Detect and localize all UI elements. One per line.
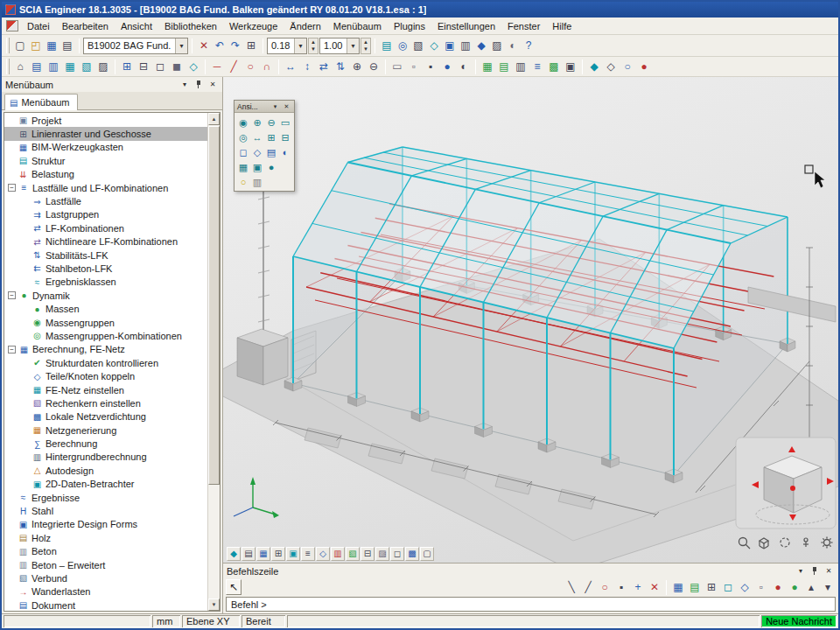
- circle-solid-icon[interactable]: ●: [636, 59, 652, 74]
- line-grid-icon[interactable]: ▤: [29, 59, 45, 74]
- clip-icon[interactable]: ▣: [250, 159, 264, 174]
- members-visibility-icon[interactable]: ▦: [256, 547, 270, 561]
- render-icon[interactable]: ●: [264, 159, 278, 174]
- menu-item[interactable]: Bibliotheken: [158, 19, 223, 33]
- scroll-down-icon[interactable]: ▾: [820, 579, 836, 595]
- scroll-thumb[interactable]: [208, 126, 220, 485]
- project-combo[interactable]: B19002 BAG Fund. ▾: [83, 38, 188, 54]
- help-icon[interactable]: ?: [521, 38, 536, 53]
- plane-uvw-icon[interactable]: ◇: [737, 579, 752, 595]
- zoom-selection-icon[interactable]: ⊞: [264, 130, 278, 144]
- wall-icon[interactable]: ▨: [95, 59, 111, 74]
- tree-item[interactable]: ≈Ergebnisklassen: [4, 276, 207, 289]
- scale-combo[interactable]: 0.18 ▾: [267, 38, 307, 54]
- half-tone-icon[interactable]: ◐: [456, 59, 472, 74]
- chevron-down-icon[interactable]: ▾: [346, 38, 359, 53]
- select-cursor-icon[interactable]: ↖: [226, 579, 242, 595]
- menu-item[interactable]: Ansicht: [115, 19, 158, 33]
- scale-spinner[interactable]: ▲▼: [308, 38, 318, 54]
- circle-outline-icon[interactable]: ○: [620, 59, 635, 74]
- tree-scrollbar[interactable]: ▲ ▼: [207, 113, 220, 611]
- model-3d-scene[interactable]: [223, 77, 838, 563]
- snap-cross-icon[interactable]: ╱: [580, 579, 596, 595]
- move-icon[interactable]: ↔: [283, 59, 298, 74]
- tree-item[interactable]: HStahl: [4, 504, 207, 517]
- collapse-icon[interactable]: −: [8, 291, 16, 299]
- tree-item[interactable]: ◎Massengruppen-Kombinationen: [4, 329, 207, 342]
- draw-line-icon[interactable]: ─: [209, 59, 225, 74]
- tree-item[interactable]: ⇄LF-Kombinationen: [4, 221, 207, 234]
- print-icon[interactable]: ▤: [60, 38, 75, 53]
- tree-item[interactable]: ◇Teile/Knoten koppeln: [4, 369, 207, 382]
- new-project-icon[interactable]: ▢: [12, 38, 28, 53]
- menu-item[interactable]: Werkzeuge: [223, 19, 284, 33]
- tree-item[interactable]: →Wanderlasten: [4, 585, 207, 598]
- camera-icon[interactable]: [803, 538, 808, 547]
- view-axonometric-icon[interactable]: ◐: [278, 144, 292, 159]
- union-icon[interactable]: ⊕: [349, 59, 365, 74]
- model-viewport[interactable]: Ansi... ▾ ✕ ◉⊕⊖▭◎↔⊞⊟◻◇▤◐▦▣●○▥ ◆▤▦⊞▣≡◇▥▧⊟…: [223, 77, 838, 563]
- grid-snap-icon[interactable]: ▦: [670, 579, 686, 595]
- layers-icon[interactable]: ▤: [379, 38, 395, 53]
- close-service-icon[interactable]: ✕: [196, 38, 212, 53]
- chevron-down-icon[interactable]: ▾: [175, 38, 187, 53]
- tree-item[interactable]: −●Dynamik: [4, 289, 207, 302]
- dot-grid-icon[interactable]: ▤: [687, 579, 703, 595]
- previous-view-icon[interactable]: ⊟: [278, 130, 292, 144]
- command-input[interactable]: Befehl >: [226, 597, 836, 612]
- layer-b-icon[interactable]: ▥: [513, 59, 528, 74]
- tree-item[interactable]: ◉Massengruppen: [4, 316, 207, 329]
- menu-item[interactable]: Plugins: [388, 19, 431, 33]
- chevron-down-icon[interactable]: ▾: [270, 102, 280, 111]
- cross-section-icon[interactable]: ◇: [186, 59, 201, 74]
- view-top-icon[interactable]: ▤: [264, 144, 278, 159]
- view-front-icon[interactable]: ◻: [236, 144, 250, 159]
- snap-ortho-icon[interactable]: +: [630, 579, 646, 595]
- open-project-icon[interactable]: ◰: [28, 38, 44, 53]
- delete-selection-icon[interactable]: ✕: [647, 579, 662, 595]
- diamond-outline-icon[interactable]: ◇: [603, 59, 619, 74]
- wireframe-icon[interactable]: ▨: [489, 38, 505, 53]
- tree-item[interactable]: ▦FE-Netz einstellen: [4, 383, 207, 396]
- solid-icon[interactable]: ◼: [169, 59, 185, 74]
- member-icon[interactable]: ▦: [62, 59, 78, 74]
- tree-item[interactable]: ▥Beton – Erweitert: [4, 558, 207, 571]
- zoom-in-icon[interactable]: ⊕: [250, 115, 264, 130]
- close-icon[interactable]: ✕: [206, 79, 219, 90]
- status-plane[interactable]: Ebene XY: [182, 615, 240, 627]
- hatch-toggle-icon[interactable]: ▨: [375, 547, 389, 561]
- tracking-green-icon[interactable]: ●: [787, 579, 802, 595]
- draw-polyline-icon[interactable]: ╱: [226, 59, 242, 74]
- tree-item[interactable]: ▤Dokument: [4, 598, 207, 611]
- tree-item[interactable]: ⇒Lastfälle: [4, 194, 207, 207]
- draw-circle-icon[interactable]: ○: [242, 59, 258, 74]
- menu-item[interactable]: Einstellungen: [431, 19, 501, 33]
- light-icon[interactable]: ○: [236, 174, 250, 189]
- list-icon[interactable]: ≡: [529, 59, 545, 74]
- tree-item[interactable]: ▤Holz: [4, 531, 207, 544]
- save-project-icon[interactable]: ▦: [44, 38, 60, 53]
- tree-item[interactable]: ⇊Belastung: [4, 168, 207, 181]
- snap-point-icon[interactable]: ●: [439, 59, 455, 74]
- section-plane-icon[interactable]: ◇: [426, 38, 442, 53]
- chevron-down-icon[interactable]: ▾: [178, 79, 191, 90]
- snap-mid-icon[interactable]: ○: [597, 579, 612, 595]
- tracking-red-icon[interactable]: ●: [770, 579, 786, 595]
- mirror-icon[interactable]: ⇅: [332, 59, 348, 74]
- status-units[interactable]: mm: [152, 615, 180, 627]
- home-icon[interactable]: ⌂: [12, 59, 28, 74]
- zoom-window-icon[interactable]: ▭: [278, 115, 292, 130]
- storeys-icon[interactable]: ▥: [46, 59, 61, 74]
- zoom-tool-icon[interactable]: [739, 538, 751, 550]
- point-small-icon[interactable]: ▫: [406, 59, 422, 74]
- tree-item[interactable]: ●Massen: [4, 302, 207, 315]
- collapse-icon[interactable]: −: [8, 346, 16, 354]
- orbit-icon[interactable]: [780, 538, 789, 547]
- tree-item[interactable]: ▦Netzgenerierung: [4, 424, 207, 437]
- undo-icon[interactable]: ↶: [212, 38, 228, 53]
- box-icon[interactable]: ◻: [152, 59, 168, 74]
- tree-item[interactable]: ▩Lokale Netzverdichtung: [4, 410, 207, 424]
- tree-item[interactable]: ▣2D-Daten-Betrachter: [4, 478, 207, 491]
- menu-item[interactable]: Hilfe: [546, 19, 578, 33]
- tree-item[interactable]: −≡Lastfälle und LF-Kombinationen: [4, 181, 207, 194]
